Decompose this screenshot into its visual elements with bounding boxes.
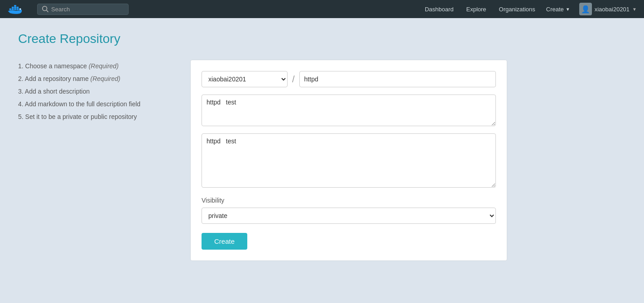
search-icon	[42, 6, 48, 12]
visibility-label: Visibility	[202, 197, 496, 204]
short-description-input[interactable]: httpd test	[202, 95, 496, 126]
full-description-input[interactable]: httpd test	[202, 133, 496, 188]
create-button[interactable]: Create	[202, 233, 247, 250]
create-dropdown[interactable]: Create ▼	[546, 6, 570, 13]
visibility-select[interactable]: private public	[202, 208, 496, 224]
svg-rect-6	[17, 7, 19, 9]
navbar: Dashboard Explore Organizations Create ▼…	[0, 0, 644, 18]
docker-logo[interactable]	[7, 2, 24, 16]
dashboard-link[interactable]: Dashboard	[423, 6, 456, 13]
username-label: xiaobai20201	[595, 6, 630, 13]
svg-rect-2	[12, 8, 14, 10]
main-layout: Choose a namespace (Required) Add a repo…	[18, 60, 626, 261]
search-box[interactable]	[37, 4, 129, 15]
step-3: Add a short description	[18, 85, 163, 98]
steps-panel: Choose a namespace (Required) Add a repo…	[18, 60, 163, 123]
page-title: Create Repository	[18, 32, 626, 46]
page-content: Create Repository Choose a namespace (Re…	[0, 18, 644, 279]
svg-rect-5	[14, 8, 16, 10]
step-2: Add a repository name (Required)	[18, 72, 163, 85]
svg-rect-0	[10, 8, 12, 10]
step-5: Set it to be a private or public reposit…	[18, 110, 163, 123]
create-chevron-icon: ▼	[566, 7, 570, 12]
svg-point-9	[19, 8, 21, 9]
separator: /	[292, 74, 295, 85]
step-1: Choose a namespace (Required)	[18, 60, 163, 72]
svg-rect-4	[14, 7, 16, 9]
namespace-row: xiaobai20201 /	[202, 71, 496, 87]
step-4: Add markdown to the full description fie…	[18, 98, 163, 110]
user-avatar: 👤	[579, 3, 592, 15]
repo-name-input[interactable]	[299, 71, 496, 87]
namespace-select[interactable]: xiaobai20201	[202, 71, 288, 87]
create-label: Create	[546, 6, 564, 13]
svg-rect-7	[17, 8, 19, 10]
explore-link[interactable]: Explore	[465, 6, 488, 13]
form-panel: xiaobai20201 / httpd test httpd test Vis…	[190, 60, 507, 261]
user-chevron-icon: ▼	[632, 7, 637, 12]
svg-rect-3	[14, 5, 16, 7]
user-menu[interactable]: 👤 xiaobai20201 ▼	[579, 3, 637, 15]
search-input[interactable]	[51, 6, 124, 13]
organizations-link[interactable]: Organizations	[497, 6, 537, 13]
svg-rect-1	[12, 7, 14, 9]
